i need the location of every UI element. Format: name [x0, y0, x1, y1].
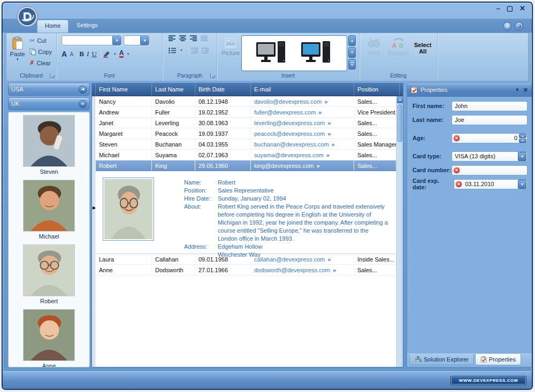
- email-more-icon[interactable]: »: [316, 163, 319, 169]
- email-more-icon[interactable]: »: [324, 98, 327, 105]
- highlight-dropdown-icon[interactable]: ▼: [113, 52, 117, 56]
- property-editor-card-type-[interactable]: VISA (13 digits)▼: [452, 151, 528, 162]
- email-more-icon[interactable]: »: [332, 141, 335, 148]
- shrink-font-button[interactable]: A: [70, 51, 73, 57]
- find-button[interactable]: Find: [362, 35, 386, 73]
- sidebar-group-uk[interactable]: UK ▼: [8, 97, 90, 110]
- email-more-icon[interactable]: »: [326, 152, 330, 158]
- font-color-dropdown-icon[interactable]: ▼: [126, 52, 129, 56]
- property-editor-first-name-[interactable]: John: [452, 101, 528, 111]
- property-editor-card-number-[interactable]: ✕: [452, 165, 528, 175]
- email-link[interactable]: leverling@devexpress.com: [254, 120, 325, 126]
- tab-properties[interactable]: Properties: [475, 354, 521, 365]
- pin-button[interactable]: [515, 87, 519, 93]
- scroll-up-icon[interactable]: ▲: [397, 96, 403, 103]
- table-row[interactable]: RobertKing29.05.1960king@devexpress.com»…: [96, 160, 396, 171]
- sidebar-group-usa[interactable]: USA ◀: [8, 83, 90, 96]
- about-button[interactable]: [515, 22, 523, 30]
- usa-collapse-icon[interactable]: ◀: [79, 86, 87, 94]
- spinner-buttons[interactable]: ▲▼: [519, 134, 526, 143]
- dropdown-button[interactable]: ▼: [518, 152, 526, 161]
- uk-collapse-icon[interactable]: ▼: [79, 100, 87, 108]
- dropdown-button[interactable]: ▼: [518, 180, 526, 189]
- font-size-combo[interactable]: ▼: [124, 35, 149, 45]
- table-row[interactable]: AnneDodsworth27.01.1966dodsworth@devexpr…: [96, 265, 396, 275]
- email-link[interactable]: king@devexpress.com: [254, 163, 314, 169]
- property-editor-card-exp-date-[interactable]: ✕03.11.2010▼: [454, 179, 528, 189]
- font-color-button[interactable]: A: [119, 50, 124, 58]
- table-row[interactable]: JanetLeverling30.08.1963leverling@devexp…: [96, 118, 396, 128]
- decrease-indent-icon[interactable]: [191, 48, 198, 53]
- align-justify-icon[interactable]: [201, 35, 208, 41]
- spin-down-icon[interactable]: ▼: [519, 139, 526, 143]
- font-name-combo[interactable]: ▼: [62, 35, 121, 45]
- computers-gallery[interactable]: [241, 35, 347, 71]
- select-all-button[interactable]: Select All: [411, 35, 434, 73]
- collapse-ribbon-button[interactable]: ▲: [503, 22, 511, 30]
- font-name-dropdown-icon[interactable]: ▼: [112, 36, 121, 45]
- close-button[interactable]: ✕: [519, 5, 525, 12]
- email-more-icon[interactable]: »: [318, 109, 322, 116]
- person-card[interactable]: Steven: [14, 115, 84, 175]
- email-link[interactable]: suyama@devexpress.com: [254, 152, 324, 158]
- detail-expander-icon[interactable]: ▶: [93, 205, 96, 210]
- cut-button[interactable]: ✂ Cut: [28, 35, 54, 45]
- increase-indent-icon[interactable]: [202, 48, 209, 53]
- bullet-dropdown-icon[interactable]: ▼: [180, 49, 183, 52]
- picture-button[interactable]: Picture: [220, 35, 241, 73]
- table-row[interactable]: StevenBuchanan04.03.1955buchanan@devexpr…: [96, 139, 396, 150]
- column-header-birth-date[interactable]: Birth Date: [195, 83, 251, 96]
- copy-button[interactable]: Copy: [28, 47, 54, 57]
- paste-button[interactable]: Paste ▼: [9, 35, 26, 73]
- grow-font-button[interactable]: A: [62, 50, 67, 58]
- column-header-last-name[interactable]: Last Name: [152, 83, 195, 96]
- table-row[interactable]: NancyDavolio08.12.1948davolio@devexpress…: [96, 96, 396, 107]
- email-more-icon[interactable]: »: [327, 130, 331, 137]
- email-more-icon[interactable]: »: [333, 267, 336, 273]
- tab-solution-explorer[interactable]: Solution Explorer: [409, 354, 474, 365]
- column-header-first-name[interactable]: First Name: [96, 83, 152, 96]
- email-link[interactable]: dodsworth@devexpress.com: [254, 267, 330, 273]
- app-logo-icon[interactable]: [17, 6, 38, 27]
- grid-vertical-scrollbar[interactable]: ▲: [396, 96, 403, 367]
- scroll-thumb[interactable]: [398, 104, 402, 142]
- person-card[interactable]: Anne: [14, 309, 84, 367]
- email-link[interactable]: peacock@devexpress.com: [254, 130, 325, 137]
- highlight-color-button[interactable]: [103, 50, 111, 58]
- align-left-icon[interactable]: [169, 35, 175, 41]
- computer-gray-icon[interactable]: [256, 41, 287, 66]
- tab-settings[interactable]: Settings: [69, 20, 105, 33]
- computer-blue-icon[interactable]: [301, 41, 332, 66]
- person-card[interactable]: Robert: [14, 244, 84, 304]
- bullet-list-button[interactable]: [169, 48, 176, 53]
- align-right-icon[interactable]: [190, 35, 197, 41]
- email-link[interactable]: davolio@devexpress.com: [254, 98, 322, 105]
- clear-button[interactable]: ✗ Clear: [28, 58, 54, 68]
- tab-home[interactable]: Home: [37, 20, 68, 33]
- bold-button[interactable]: B: [79, 50, 84, 58]
- table-row[interactable]: AndrewFuller19.02.1952fuller@devexpress.…: [96, 107, 396, 118]
- minimize-button[interactable]: –: [496, 5, 500, 12]
- panel-close-button[interactable]: ✕: [522, 87, 529, 94]
- underline-button[interactable]: U: [91, 50, 96, 58]
- property-editor-age-[interactable]: ✕0▲▼: [452, 133, 528, 143]
- font-size-dropdown-icon[interactable]: ▼: [140, 36, 149, 45]
- paragraph-dialog-launcher-icon[interactable]: ◿: [210, 73, 215, 78]
- gallery-down-button[interactable]: ▼: [348, 47, 356, 58]
- property-editor-last-name-[interactable]: Joe: [452, 115, 528, 125]
- devexpress-link-button[interactable]: WWW.DEVEXPRESS.COM: [450, 376, 526, 385]
- spin-up-icon[interactable]: ▲: [519, 134, 526, 138]
- person-card[interactable]: Michael: [14, 180, 84, 240]
- italic-button[interactable]: I: [87, 50, 89, 58]
- email-link[interactable]: buchanan@devexpress.com: [254, 141, 329, 148]
- email-link[interactable]: fuller@devexpress.com: [254, 109, 316, 116]
- column-header-e-mail[interactable]: E-mail: [251, 83, 354, 96]
- table-row[interactable]: MichaelSuyama02.07.1963suyama@devexpress…: [96, 150, 396, 160]
- align-center-icon[interactable]: [179, 35, 186, 41]
- email-more-icon[interactable]: »: [327, 120, 331, 126]
- table-row[interactable]: MargaretPeacock19.09.1937peacock@devexpr…: [96, 128, 396, 139]
- gallery-up-button[interactable]: ▲: [348, 35, 356, 46]
- column-header-position[interactable]: Position: [354, 83, 400, 96]
- clipboard-dialog-launcher-icon[interactable]: ◿: [50, 73, 55, 78]
- gallery-dropdown-button[interactable]: ▼: [348, 59, 356, 70]
